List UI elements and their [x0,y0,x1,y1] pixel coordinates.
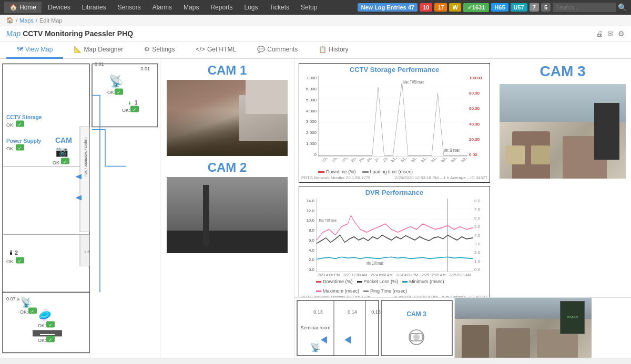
badge-u57[interactable]: U57 [511,3,527,12]
floor-plan-bottom: 0.13 0.14 0.15 Seminar room CAM 2 OK: ✓ [294,298,455,358]
svg-text:0.01: 0.01 [140,66,150,71]
badge-h65[interactable]: H65 [491,3,508,12]
page-actions: 🖨 ✉ ⚙ [596,29,625,38]
svg-text:OK:: OK: [20,309,28,315]
legend2-ping: Ping Time (msec) [363,288,407,294]
cam3-image [500,84,626,179]
svg-text:2: 2 [15,249,18,256]
svg-text:OK:: OK: [6,122,15,128]
nav-libraries[interactable]: Libraries [77,2,111,13]
badge-10[interactable]: 10 [420,3,432,12]
chart-dvr: DVR Performance 14.012.010.08.06.04.02.0… [299,186,490,297]
chart2-x-axis: 2/23 4:00 PM2/23 12:00 AM2/24 8:00 AM2/2… [316,273,473,277]
nav-setup[interactable]: Setup [296,2,322,13]
svg-text:0.13: 0.13 [313,309,323,315]
badge-1631[interactable]: ✓1631 [463,3,489,12]
legend2-minimum: Minimum (msec) [402,279,444,284]
breadcrumb-maps[interactable]: Maps [19,17,34,24]
breadcrumb-edit-map: Edit Map [39,17,62,24]
room-label-001: 0.01 [95,61,104,67]
badge-7[interactable]: 7 [530,3,539,12]
badge-w[interactable]: W [449,3,461,12]
view-map-icon: 🗺 [17,46,23,53]
cam2-image [167,177,288,253]
tab-view-map[interactable]: 🗺 View Map [6,41,63,59]
cam3-label: CAM 3 [540,63,585,80]
svg-text:📡: 📡 [21,297,33,308]
print-icon[interactable]: 🖨 [596,29,603,38]
svg-text:OK:: OK: [107,90,116,95]
html-icon: </> [196,46,205,53]
settings-icon[interactable]: ⚙ [618,29,625,38]
search-input[interactable] [553,3,616,12]
chart-cctv-storage: CCTV Storage Performance 7,0006,0005,000… [299,63,490,183]
svg-text:✓: ✓ [48,323,53,328]
svg-text:0.14: 0.14 [348,309,357,315]
cam3-bottom-image: BOARD [455,298,592,358]
tab-comments[interactable]: 💬 Comments [247,41,308,59]
svg-text:0.15: 0.15 [371,309,381,315]
chart1-area: 7,0006,0005,0004,0003,0002,0001,0000 [301,76,487,157]
svg-text:✓: ✓ [18,258,22,264]
svg-text:📡: 📡 [310,342,321,352]
svg-text:🌡: 🌡 [8,249,14,256]
svg-text:OK:: OK: [6,259,15,264]
svg-text:CAM 3: CAM 3 [406,310,426,318]
svg-text:Seminar room: Seminar room [301,325,331,330]
svg-text:OK:: OK: [53,160,61,165]
badge-17[interactable]: 17 [434,3,447,12]
history-icon: 📋 [319,46,327,53]
badge-new-log[interactable]: New Log Entries 47 [358,3,418,12]
breadcrumb-home-icon[interactable]: 🏠 [6,17,14,24]
nav-reports[interactable]: Reports [205,2,238,13]
nav-maps[interactable]: Maps [178,2,204,13]
svg-text:0.07.a: 0.07.a [6,296,19,301]
cam-feeds-panel: CAM 1 CAM 2 [160,59,294,358]
tab-settings[interactable]: ⚙ Settings [134,41,185,59]
search-button[interactable]: 🔍 [618,3,627,12]
legend2-downtime: Downtime (%) [316,279,353,284]
nav-devices[interactable]: Devices [43,2,76,13]
svg-text:✓: ✓ [63,159,67,164]
top-navigation: 🏠 Home Devices Libraries Sensors Alarms … [0,0,631,15]
tab-map-designer[interactable]: 📐 Map Designer [63,41,134,59]
designer-icon: 📐 [74,46,82,53]
bottom-cam3-area: BOARD [455,298,631,358]
floor-plan-svg: 0.01 📡 OK: ✓ 🌡 1 OK: ✓ CCTV Storage OK: … [0,59,160,358]
chart2-legend: Downtime (%) Packet Loss (%) Minimum (ms… [316,279,487,294]
email-icon[interactable]: ✉ [607,29,614,38]
badge-5[interactable]: 5 [541,3,551,12]
cam1-section: CAM 1 [160,59,294,158]
nav-logs[interactable]: Logs [239,2,263,13]
chart1-y-left: 7,0006,0005,0004,0003,0002,0001,0000 [301,76,318,157]
nav-sensors[interactable]: Sensors [113,2,146,13]
floor-plan: 0.01 📡 OK: ✓ 🌡 1 OK: ✓ CCTV Storage OK: … [0,59,160,358]
svg-text:✓: ✓ [133,107,137,112]
cam2-label: CAM 2 [167,160,288,175]
right-content: CCTV Storage Performance 7,0006,0005,000… [294,59,631,358]
svg-text:✓: ✓ [18,122,22,127]
svg-text:OK:: OK: [38,338,46,343]
svg-text:🌡: 🌡 [127,100,132,106]
page-title-bar: Map CCTV Monitoring Paessler PHQ 🖨 ✉ ⚙ [0,26,631,41]
svg-text:Max: 7,059 msec: Max: 7,059 msec [403,79,424,85]
chart2-title: DVR Performance [301,189,487,196]
tab-history[interactable]: 📋 History [308,41,359,59]
nav-alarms[interactable]: Alarms [147,2,177,13]
svg-text:▬▬▬▬: ▬▬▬▬ [40,332,55,336]
nav-home[interactable]: 🏠 Home [4,2,42,13]
tab-get-html[interactable]: </> Get HTML [186,41,247,59]
floor-plan-bottom-svg: 0.13 0.14 0.15 Seminar room CAM 2 OK: ✓ [294,298,455,358]
nav-tickets[interactable]: Tickets [264,2,295,13]
chart2-svg-area: Max: 7.87 msec Min: 0.78 msec [316,199,473,272]
cam3-section: CAM 3 [494,59,631,297]
chart1-y-right: 100.0080.0060.0040.0020.000.00 [467,76,487,157]
chart1-title: CCTV Storage Performance [301,66,487,74]
svg-text:✓: ✓ [18,145,22,151]
bottom-strip: 0.13 0.14 0.15 Seminar room CAM 2 OK: ✓ [294,297,631,358]
cam1-image [167,80,288,156]
svg-text:✓: ✓ [48,337,53,342]
page-title: Map CCTV Monitoring Paessler PHQ [6,29,133,38]
svg-text:✓: ✓ [117,90,121,95]
svg-text:1: 1 [135,100,138,106]
